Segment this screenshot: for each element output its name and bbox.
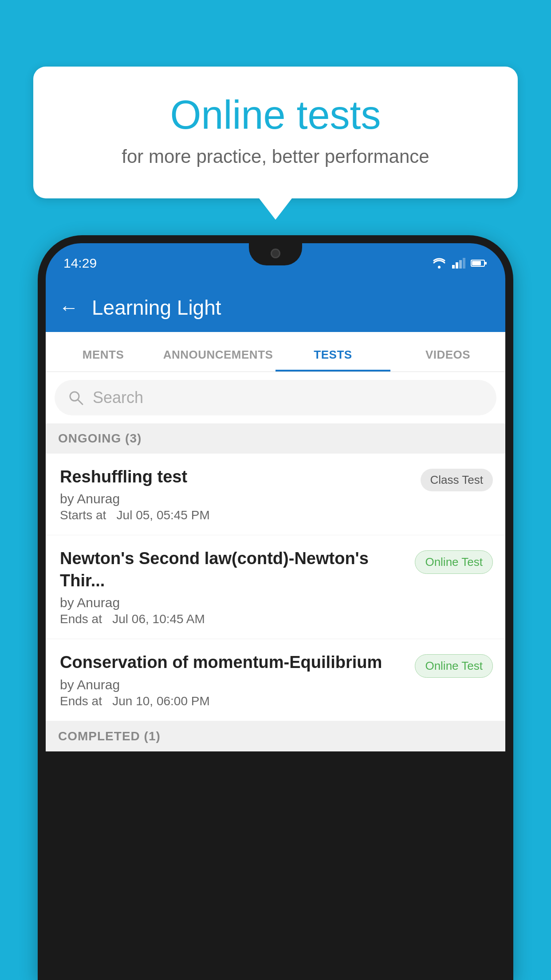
- test-badge-class: Class Test: [421, 469, 493, 491]
- battery-icon: [471, 259, 488, 268]
- speech-bubble-card: Online tests for more practice, better p…: [33, 67, 518, 198]
- speech-bubble-subtitle: for more practice, better performance: [69, 146, 482, 167]
- phone-notch: [249, 243, 302, 265]
- test-list: Reshuffling test by Anurag Starts at Jul…: [46, 454, 505, 721]
- tab-ments[interactable]: MENTS: [46, 348, 161, 371]
- svg-rect-6: [472, 261, 481, 265]
- test-info: Reshuffling test by Anurag Starts at Jul…: [60, 466, 412, 522]
- test-item[interactable]: Conservation of momentum-Equilibrium by …: [46, 639, 505, 721]
- search-bar[interactable]: Search: [55, 380, 496, 415]
- test-date: Ends at Jun 10, 06:00 PM: [60, 694, 406, 708]
- svg-rect-3: [459, 260, 462, 269]
- svg-line-9: [78, 400, 83, 404]
- test-badge-online: Online Test: [415, 550, 493, 574]
- app-bar-title: Learning Light: [92, 296, 221, 320]
- test-item[interactable]: Newton's Second law(contd)-Newton's Thir…: [46, 535, 505, 639]
- svg-point-0: [438, 266, 441, 269]
- tabs-bar: MENTS ANNOUNCEMENTS TESTS VIDEOS: [46, 332, 505, 372]
- wifi-icon: [432, 257, 447, 269]
- phone-frame: 14:29: [38, 235, 513, 980]
- test-name: Conservation of momentum-Equilibrium: [60, 652, 406, 673]
- test-name: Reshuffling test: [60, 466, 412, 488]
- app-screen: ← Learning Light MENTS ANNOUNCEMENTS TES…: [46, 283, 505, 751]
- status-icons: [432, 257, 488, 269]
- tab-videos[interactable]: VIDEOS: [390, 348, 505, 371]
- speech-bubble-title: Online tests: [69, 93, 482, 137]
- test-info: Newton's Second law(contd)-Newton's Thir…: [60, 548, 406, 626]
- test-item[interactable]: Reshuffling test by Anurag Starts at Jul…: [46, 454, 505, 535]
- status-time: 14:29: [63, 256, 97, 271]
- test-by: by Anurag: [60, 677, 406, 692]
- test-badge-online: Online Test: [415, 654, 493, 678]
- ongoing-section-header: ONGOING (3): [46, 423, 505, 454]
- test-by: by Anurag: [60, 491, 412, 506]
- status-bar: 14:29: [46, 243, 505, 283]
- test-info: Conservation of momentum-Equilibrium by …: [60, 652, 406, 708]
- app-bar: ← Learning Light: [46, 283, 505, 332]
- svg-rect-2: [456, 262, 458, 269]
- search-icon: [68, 390, 84, 406]
- svg-rect-7: [485, 262, 487, 265]
- tab-announcements[interactable]: ANNOUNCEMENTS: [161, 348, 276, 371]
- signal-icon: [452, 258, 465, 269]
- test-name: Newton's Second law(contd)-Newton's Thir…: [60, 548, 406, 592]
- search-placeholder: Search: [93, 388, 143, 407]
- svg-rect-4: [463, 258, 465, 269]
- svg-rect-1: [452, 265, 455, 269]
- test-date: Ends at Jul 06, 10:45 AM: [60, 612, 406, 626]
- phone-camera: [271, 249, 280, 258]
- test-date: Starts at Jul 05, 05:45 PM: [60, 508, 412, 522]
- test-by: by Anurag: [60, 595, 406, 610]
- completed-section-header: COMPLETED (1): [46, 721, 505, 751]
- tab-tests[interactable]: TESTS: [276, 348, 390, 371]
- back-button[interactable]: ←: [59, 298, 79, 317]
